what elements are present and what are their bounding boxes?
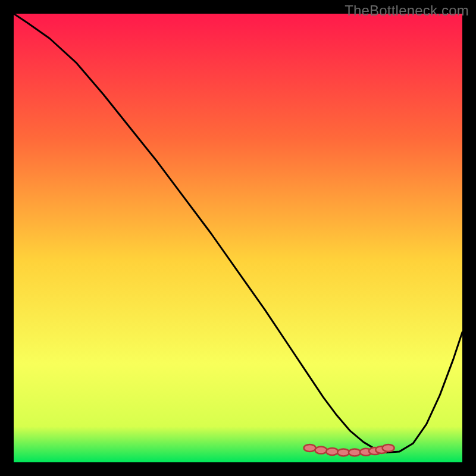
watermark-text: TheBottleneck.com xyxy=(345,2,469,19)
marker-dot xyxy=(304,444,316,452)
marker-dot xyxy=(326,448,338,455)
plot-area xyxy=(14,14,462,462)
bottleneck-chart xyxy=(14,14,462,462)
chart-frame: TheBottleneck.com xyxy=(0,0,476,476)
marker-dot xyxy=(315,447,327,454)
gradient-background xyxy=(14,14,462,462)
marker-dot xyxy=(349,449,361,456)
marker-dot xyxy=(383,444,394,452)
marker-dot xyxy=(337,449,349,456)
